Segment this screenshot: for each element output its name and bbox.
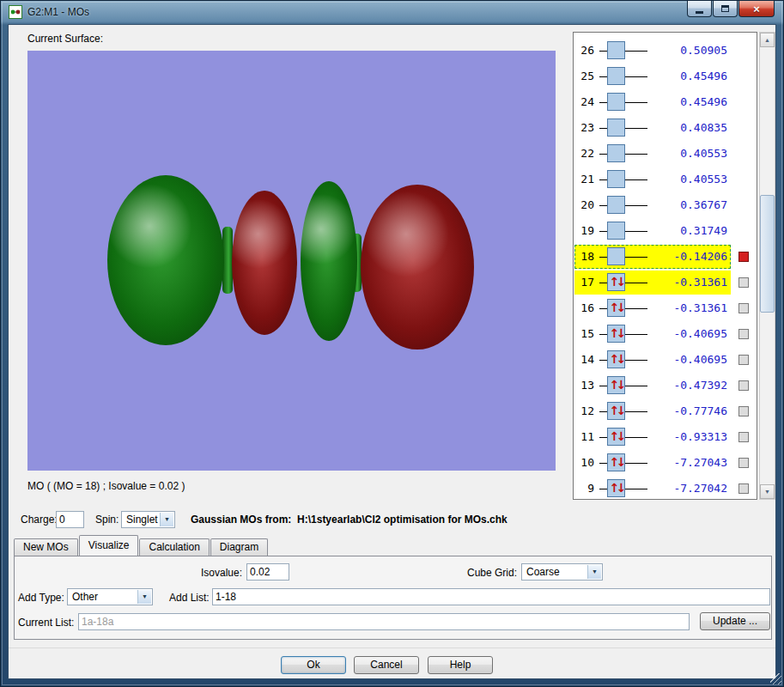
occupancy-box[interactable]: ↑↓ <box>607 325 625 343</box>
occupancy-box[interactable]: ↑↓ <box>607 402 625 420</box>
mo-row-23[interactable]: 230.40835 <box>574 115 757 141</box>
add-type-value: Other <box>72 589 98 605</box>
current-list-input[interactable] <box>78 613 690 630</box>
mo-number: 25 <box>575 64 594 89</box>
add-list-input[interactable] <box>212 588 770 605</box>
occupancy-box[interactable] <box>607 170 625 188</box>
mo-row-12[interactable]: 12↑↓-0.77746 <box>574 398 757 424</box>
occupancy-box[interactable] <box>607 222 625 240</box>
occupancy-box[interactable] <box>607 93 625 111</box>
mo-row-9[interactable]: 9↑↓-7.27042 <box>574 476 757 500</box>
occupancy-box[interactable] <box>607 144 625 162</box>
mo-3d-view[interactable] <box>27 51 556 471</box>
cancel-button[interactable]: Cancel <box>354 656 419 674</box>
mo-row-26[interactable]: 260.50905 <box>574 38 757 64</box>
spin-up-arrow: ↑ <box>610 377 617 393</box>
mo-row-16[interactable]: 16↑↓-0.31361 <box>574 295 757 321</box>
orbital-select-checkbox[interactable] <box>738 380 749 391</box>
mo-list[interactable]: 260.50905250.45496240.45496230.40835220.… <box>573 32 757 500</box>
mo-row-20[interactable]: 200.36767 <box>574 192 757 218</box>
mo-row-21[interactable]: 210.40553 <box>574 167 757 192</box>
orbital-energy: 0.40553 <box>640 167 727 192</box>
mo-number: 26 <box>575 38 594 64</box>
mo-row-10[interactable]: 10↑↓-7.27043 <box>574 450 757 476</box>
orbital-select-checkbox[interactable] <box>738 458 749 468</box>
scroll-down-icon[interactable]: ▼ <box>760 484 775 499</box>
maximize-icon <box>721 5 729 12</box>
mo-row-17[interactable]: 17↑↓-0.31361 <box>574 270 757 295</box>
orbital-energy: -0.47392 <box>640 373 727 398</box>
orbital-select-checkbox[interactable] <box>738 277 749 288</box>
maximize-button[interactable] <box>713 1 738 17</box>
resize-grip[interactable] <box>770 673 781 684</box>
ok-button[interactable]: Ok <box>281 656 346 674</box>
close-button[interactable]: × <box>738 1 775 17</box>
occupancy-box[interactable] <box>607 247 625 265</box>
add-list-label: Add List: <box>169 589 210 606</box>
update-button[interactable]: Update ... <box>700 612 770 630</box>
orbital-select-checkbox[interactable] <box>738 406 749 416</box>
mo-row-14[interactable]: 14↑↓-0.40695 <box>574 347 757 373</box>
tab-calculation[interactable]: Calculation <box>139 538 209 556</box>
help-button[interactable]: Help <box>428 656 493 674</box>
mo-number: 18 <box>575 244 594 270</box>
spin-label: Spin: <box>95 511 119 528</box>
scrollbar-thumb[interactable] <box>760 195 775 313</box>
occupancy-box[interactable] <box>607 41 625 59</box>
mo-number: 16 <box>575 295 594 321</box>
occupancy-box[interactable]: ↑↓ <box>607 376 625 394</box>
scroll-up-icon[interactable]: ▲ <box>760 33 775 47</box>
orbital-select-checkbox[interactable] <box>738 329 749 339</box>
orbital-select-checkbox[interactable] <box>738 483 749 494</box>
orbital-select-checkbox[interactable] <box>738 303 749 313</box>
orbital-energy: -0.31361 <box>640 270 727 295</box>
occupancy-box[interactable]: ↑↓ <box>607 428 625 446</box>
mo-row-15[interactable]: 15↑↓-0.40695 <box>574 321 757 347</box>
mo-number: 21 <box>575 167 594 192</box>
add-type-select[interactable]: Other ▼ <box>67 588 153 605</box>
tab-diagram[interactable]: Diagram <box>210 538 268 556</box>
tab-bar: New MOs Visualize Calculation Diagram <box>14 536 269 556</box>
occupancy-box[interactable]: ↑↓ <box>607 273 625 291</box>
tab-visualize[interactable]: Visualize <box>79 535 139 556</box>
window-controls: × <box>686 1 775 17</box>
orbital-lobe-positive <box>301 181 357 341</box>
occupancy-box[interactable]: ↑↓ <box>607 350 625 368</box>
mo-row-24[interactable]: 240.45496 <box>574 89 757 115</box>
cube-grid-select[interactable]: Coarse ▼ <box>521 563 603 581</box>
mo-row-13[interactable]: 13↑↓-0.47392 <box>574 373 757 398</box>
occupancy-box[interactable]: ↑↓ <box>607 453 625 471</box>
orbital-energy: -0.14206 <box>640 244 727 270</box>
mo-number: 22 <box>575 141 594 167</box>
mo-row-11[interactable]: 11↑↓-0.93313 <box>574 424 757 450</box>
visualize-panel: Isovalue: Cube Grid: Coarse ▼ Add Type: … <box>14 556 772 640</box>
isovalue-input[interactable] <box>246 563 289 581</box>
mo-row-18[interactable]: 18-0.14206 <box>574 244 757 270</box>
mo-number: 24 <box>575 89 594 115</box>
mo-row-22[interactable]: 220.40553 <box>574 141 757 167</box>
add-type-label: Add Type: <box>18 589 64 606</box>
minimize-button[interactable] <box>687 1 712 17</box>
occupancy-box[interactable] <box>607 119 625 137</box>
occupancy-box[interactable] <box>607 67 625 85</box>
mo-list-scrollbar[interactable]: ▲ ▼ <box>759 32 775 500</box>
charge-label: Charge: <box>21 511 58 528</box>
mos-source: Gaussian MOs from: H:\1styearlab\Cl2 opt… <box>191 511 507 528</box>
mo-row-19[interactable]: 190.31749 <box>574 218 757 244</box>
chevron-down-icon: ▼ <box>137 590 151 604</box>
isovalue-label: Isovalue: <box>143 564 242 581</box>
orbital-select-checkbox[interactable] <box>738 355 749 365</box>
tab-new-mos[interactable]: New MOs <box>14 538 78 556</box>
occupancy-box[interactable]: ↑↓ <box>607 299 625 317</box>
orbital-select-checkbox[interactable] <box>738 432 749 442</box>
occupancy-box[interactable] <box>607 196 625 214</box>
spin-select[interactable]: Singlet ▼ <box>121 511 175 528</box>
mo-row-25[interactable]: 250.45496 <box>574 64 757 89</box>
mo-number: 14 <box>575 347 594 373</box>
charge-input[interactable] <box>56 511 84 528</box>
titlebar[interactable]: G2:M1 - MOs × <box>1 1 783 24</box>
spin-up-arrow: ↑ <box>610 454 617 471</box>
occupancy-box[interactable]: ↑↓ <box>607 479 625 497</box>
orbital-energy: 0.36767 <box>640 192 727 218</box>
orbital-select-checkbox[interactable] <box>738 252 749 262</box>
